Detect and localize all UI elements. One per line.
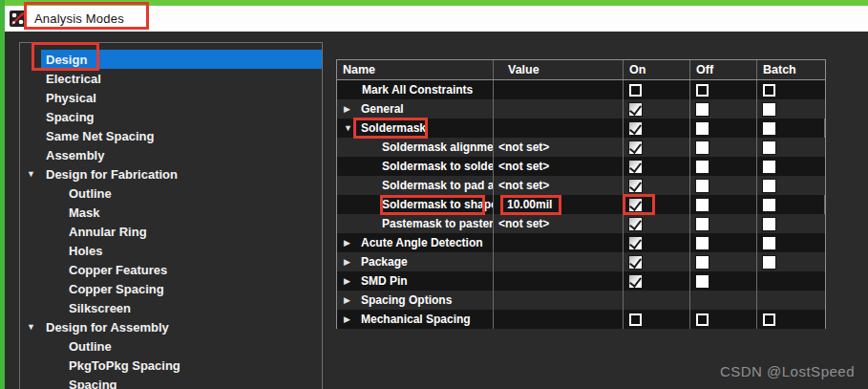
row-value-cell[interactable] <box>494 252 624 271</box>
sidebar-item-design-for-fabrication[interactable]: ▼Design for Fabrication <box>20 164 322 184</box>
table-row[interactable]: ▶Package <box>337 252 825 271</box>
table-row[interactable]: Soldermask to pad and cl...<not set> <box>337 176 825 195</box>
table-row[interactable]: Pastemask to pastemask<not set> <box>337 214 825 233</box>
table-row[interactable]: Soldermask to soldermask<not set> <box>337 157 825 176</box>
sidebar-item-holes[interactable]: Holes <box>20 241 322 260</box>
row-name-cell[interactable]: ▶Mechanical Spacing <box>337 310 494 329</box>
sidebar-item-pkgtopkg-spacing[interactable]: PkgToPkg Spacing <box>20 356 322 375</box>
sidebar-item-design[interactable]: Design <box>20 50 322 69</box>
checkbox-off[interactable] <box>695 160 709 174</box>
table-row[interactable]: Soldermask to shape10.00mil <box>337 195 825 214</box>
row-name-cell[interactable]: Soldermask to pad and cl... <box>337 176 494 195</box>
row-value-cell[interactable]: <not set> <box>494 176 624 195</box>
sidebar-item-copper-features[interactable]: Copper Features <box>20 260 322 279</box>
sidebar-item-outline[interactable]: Outline <box>20 184 322 203</box>
chevron-right-icon[interactable]: ▶ <box>344 238 361 248</box>
table-row[interactable]: ▼Soldermask <box>337 119 825 138</box>
row-name-cell[interactable]: Mark All Constraints <box>337 80 494 99</box>
sidebar-item-spacing[interactable]: Spacing <box>20 107 322 126</box>
checkbox-off[interactable] <box>695 198 709 212</box>
row-value-cell[interactable] <box>494 291 624 310</box>
checkbox-on[interactable] <box>628 236 643 250</box>
checkbox-batch[interactable] <box>762 121 776 136</box>
checkbox-off[interactable] <box>695 313 709 327</box>
checkbox-batch[interactable] <box>762 83 776 97</box>
row-name-cell[interactable]: Soldermask to shape <box>337 195 494 214</box>
checkbox-off[interactable] <box>695 83 709 97</box>
chevron-down-icon[interactable]: ▼ <box>344 123 361 133</box>
checkbox-on[interactable] <box>628 198 643 212</box>
row-value-cell[interactable] <box>494 233 624 252</box>
row-name-cell[interactable]: Soldermask alignment <box>337 138 494 157</box>
sidebar-item-assembly[interactable]: Assembly <box>20 145 322 164</box>
row-value-cell[interactable]: <not set> <box>494 214 624 233</box>
sidebar-item-physical[interactable]: Physical <box>20 88 322 107</box>
table-row[interactable]: ▶General <box>337 99 825 119</box>
checkbox-on[interactable] <box>628 160 643 174</box>
sidebar-item-silkscreen[interactable]: Silkscreen <box>20 298 322 317</box>
sidebar-item-annular-ring[interactable]: Annular Ring <box>20 222 322 241</box>
row-value-cell[interactable]: <not set> <box>494 157 624 176</box>
checkbox-off[interactable] <box>695 255 709 270</box>
sidebar-item-outline[interactable]: Outline <box>20 336 322 356</box>
checkbox-off[interactable] <box>695 179 709 193</box>
chevron-right-icon[interactable]: ▶ <box>344 257 361 267</box>
checkbox-batch[interactable] <box>762 140 776 155</box>
sidebar-item-same-net-spacing[interactable]: Same Net Spacing <box>20 126 322 145</box>
sidebar-item-electrical[interactable]: Electrical <box>20 69 322 88</box>
row-name-cell[interactable]: ▶Spacing Options <box>337 291 494 310</box>
row-name-cell[interactable]: ▼Soldermask <box>337 119 494 138</box>
row-value-cell[interactable] <box>494 99 624 119</box>
checkbox-batch[interactable] <box>762 236 776 250</box>
row-name-cell[interactable]: Pastemask to pastemask <box>337 214 494 233</box>
row-value-cell[interactable] <box>494 271 624 291</box>
checkbox-batch[interactable] <box>762 198 776 212</box>
chevron-right-icon[interactable]: ▶ <box>344 295 361 305</box>
table-row[interactable]: ▶SMD Pin <box>337 271 825 291</box>
checkbox-off[interactable] <box>695 121 709 136</box>
checkbox-on[interactable] <box>628 274 643 289</box>
row-value-cell[interactable]: 10.00mil <box>494 195 624 214</box>
chevron-right-icon[interactable]: ▶ <box>344 276 361 286</box>
sidebar-item-copper-spacing[interactable]: Copper Spacing <box>20 279 322 298</box>
table-row[interactable]: ▶Mechanical Spacing <box>337 310 825 329</box>
checkbox-batch[interactable] <box>762 255 776 270</box>
checkbox-on[interactable] <box>628 217 643 231</box>
checkbox-on[interactable] <box>628 83 643 97</box>
chevron-down-icon[interactable]: ▼ <box>27 169 35 179</box>
checkbox-on[interactable] <box>628 102 643 117</box>
row-name-cell[interactable]: ▶General <box>337 99 494 119</box>
row-name-cell[interactable]: ▶Acute Angle Detection <box>337 233 494 252</box>
row-value-cell[interactable] <box>494 119 624 138</box>
sidebar-item-mask[interactable]: Mask <box>20 203 322 222</box>
table-row[interactable]: Soldermask alignment<not set> <box>337 138 825 157</box>
chevron-right-icon[interactable]: ▶ <box>344 314 361 324</box>
window-titlebar[interactable]: Analysis Modes <box>5 6 868 32</box>
table-row[interactable]: Mark All Constraints <box>337 80 825 99</box>
checkbox-on[interactable] <box>628 179 643 193</box>
checkbox-off[interactable] <box>695 217 709 231</box>
checkbox-on[interactable] <box>628 313 643 327</box>
row-name-cell[interactable]: ▶Package <box>337 252 494 271</box>
checkbox-batch[interactable] <box>762 313 776 327</box>
checkbox-batch[interactable] <box>762 102 776 117</box>
checkbox-batch[interactable] <box>762 217 776 231</box>
checkbox-on[interactable] <box>628 255 643 270</box>
checkbox-batch[interactable] <box>762 179 776 193</box>
checkbox-batch[interactable] <box>762 160 776 174</box>
table-row[interactable]: ▶Spacing Options <box>337 291 825 310</box>
chevron-down-icon[interactable]: ▼ <box>27 322 35 332</box>
sidebar-item-spacing[interactable]: Spacing <box>20 375 322 389</box>
row-value-cell[interactable] <box>494 310 624 329</box>
table-row[interactable]: ▶Acute Angle Detection <box>337 233 825 252</box>
checkbox-on[interactable] <box>628 121 643 136</box>
row-name-cell[interactable]: Soldermask to soldermask <box>337 157 494 176</box>
checkbox-on[interactable] <box>628 140 643 155</box>
checkbox-off[interactable] <box>695 236 709 250</box>
chevron-right-icon[interactable]: ▶ <box>344 104 361 114</box>
row-value-cell[interactable]: <not set> <box>494 138 624 157</box>
row-value-cell[interactable] <box>494 80 624 99</box>
checkbox-off[interactable] <box>695 274 709 289</box>
checkbox-off[interactable] <box>695 102 709 117</box>
checkbox-off[interactable] <box>695 140 709 155</box>
